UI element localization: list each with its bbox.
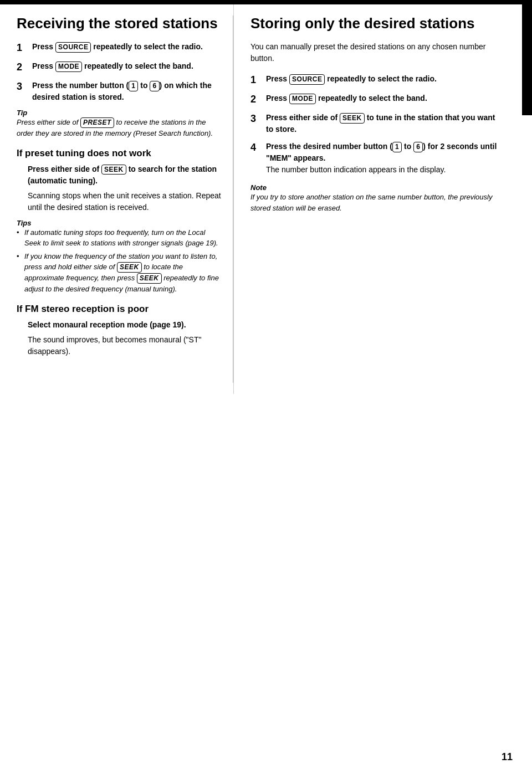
right-step-content-2: Press MODE repeatedly to select the band… — [266, 93, 427, 104]
step-content-3: Press the number button (1 to 6) on whic… — [32, 80, 222, 103]
left-section-title: Receiving the stored stations — [17, 16, 222, 32]
tips-list: If automatic tuning stops too frequently… — [17, 227, 222, 295]
tips-block: Tips If automatic tuning stops too frequ… — [17, 219, 222, 295]
subsection-title-2: If FM stereo reception is poor — [17, 304, 222, 315]
right-step-number-4: 4 — [250, 141, 263, 155]
number-6-label: 6 — [150, 81, 159, 91]
right-step-4: 4 Press the desired number button (1 to … — [250, 141, 504, 176]
step-content-1: Press SOURCE repeatedly to select the ra… — [32, 41, 203, 53]
page-number: 11 — [502, 751, 513, 763]
preset-button-label: PRESET — [80, 117, 114, 128]
right-step-1: 1 Press SOURCE repeatedly to select the … — [250, 73, 504, 87]
right-source-button-label: SOURCE — [289, 74, 325, 85]
subsection-step-text: Press either side of SEEK to search for … — [28, 163, 222, 187]
subsection-fm-stereo: If FM stereo reception is poor Select mo… — [17, 304, 222, 357]
page-container: Receiving the stored stations 1 Press SO… — [0, 0, 532, 774]
subsection-preset-tuning: If preset tuning does not work Press eit… — [17, 148, 222, 213]
step-number-2: 2 — [17, 60, 29, 74]
seek-button-label-2: SEEK — [117, 262, 142, 273]
left-column: Receiving the stored stations 1 Press SO… — [0, 4, 233, 394]
subsection-content-2: Select monaural reception mode (page 19)… — [28, 319, 222, 357]
tips-item-2: If you know the frequency of the station… — [17, 251, 222, 295]
subsection-content-1: Press either side of SEEK to search for … — [28, 163, 222, 213]
right-step-4-subtext: The number button indication appears in … — [266, 165, 446, 174]
right-number-6-label: 6 — [413, 142, 423, 152]
source-button-label-1: SOURCE — [55, 42, 91, 53]
right-step-number-2: 2 — [250, 93, 263, 106]
right-black-rect — [522, 4, 532, 115]
fm-stereo-step: Select monaural reception mode (page 19)… — [28, 319, 222, 331]
note-label: Note — [250, 183, 504, 192]
note-text: If you try to store another station on t… — [250, 192, 504, 213]
step-number-1: 1 — [17, 41, 29, 55]
mode-button-label-1: MODE — [55, 61, 82, 72]
right-step-number-1: 1 — [250, 73, 263, 87]
seek-button-label-1: SEEK — [101, 165, 126, 175]
number-1-label: 1 — [129, 81, 138, 91]
tip-label: Tip — [17, 109, 222, 117]
tips-item-1: If automatic tuning stops too frequently… — [17, 227, 222, 249]
tips-title: Tips — [17, 219, 222, 227]
seek-button-label-3: SEEK — [137, 273, 162, 284]
right-seek-button-label: SEEK — [340, 113, 365, 124]
right-step-number-3: 3 — [250, 112, 263, 126]
tip-text: Press either side of PRESET to receive t… — [17, 117, 222, 139]
right-mode-button-label: MODE — [289, 94, 316, 104]
right-step-content-3: Press either side of SEEK to tune in the… — [266, 112, 504, 135]
right-column: Storing only the desired stations You ca… — [233, 4, 532, 394]
right-section-description: You can manually preset the desired stat… — [250, 41, 504, 64]
fm-stereo-extra: The sound improves, but becomes monaural… — [28, 334, 222, 357]
left-step-3: 3 Press the number button (1 to 6) on wh… — [17, 80, 222, 103]
top-bar — [0, 0, 532, 4]
right-section-title: Storing only the desired stations — [250, 16, 504, 32]
right-step-content-4: Press the desired number button (1 to 6)… — [266, 141, 504, 176]
right-number-1-label: 1 — [392, 142, 402, 152]
step-content-2: Press MODE repeatedly to select the band… — [32, 60, 193, 72]
subsection-extra-text: Scanning stops when the unit receives a … — [28, 190, 222, 213]
step-number-3: 3 — [17, 80, 29, 94]
right-step-3: 3 Press either side of SEEK to tune in t… — [250, 112, 504, 135]
left-step-1: 1 Press SOURCE repeatedly to select the … — [17, 41, 222, 55]
right-step-2: 2 Press MODE repeatedly to select the ba… — [250, 93, 504, 106]
right-step-content-1: Press SOURCE repeatedly to select the ra… — [266, 73, 437, 85]
note-block: Note If you try to store another station… — [250, 183, 504, 213]
subsection-title-1: If preset tuning does not work — [17, 148, 222, 159]
tip-block: Tip Press either side of PRESET to recei… — [17, 109, 222, 139]
left-step-2: 2 Press MODE repeatedly to select the ba… — [17, 60, 222, 74]
